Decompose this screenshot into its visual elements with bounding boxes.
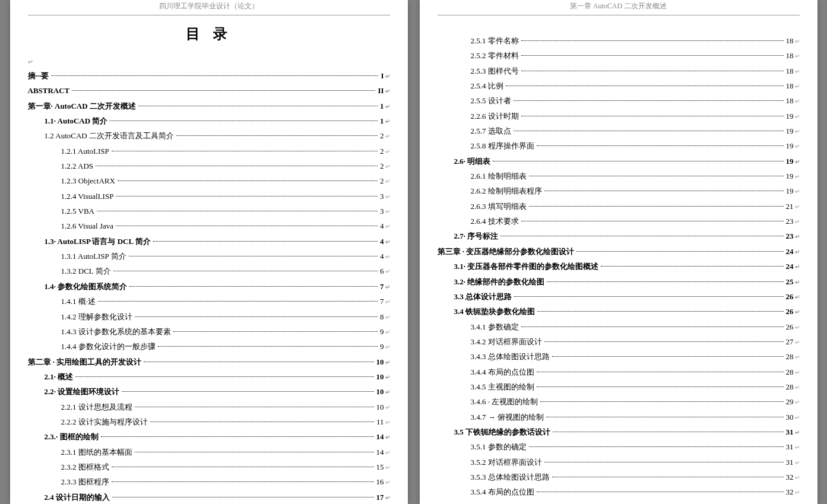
line-end-mark: ↵ bbox=[385, 251, 390, 263]
toc-page-number: 24 bbox=[786, 259, 794, 274]
line-end-mark: ↵ bbox=[795, 457, 800, 469]
line-end-mark: ↵ bbox=[795, 201, 800, 213]
toc-entry: 1.3.2 DCL 简介6↵ bbox=[28, 264, 390, 278]
toc-page-number: 28 bbox=[786, 379, 794, 394]
toc-entry: 2.6.1 绘制明细表19↵ bbox=[438, 169, 800, 183]
toc-leader bbox=[75, 376, 373, 377]
toc-label: 3.4.6 · 左视图的绘制 bbox=[471, 394, 538, 409]
toc-leader bbox=[521, 116, 784, 116]
toc-page-number: 6 bbox=[380, 264, 384, 278]
line-end-mark: ↵ bbox=[795, 397, 800, 408]
toc-entry: 3.4.3 总体绘图设计思路28↵ bbox=[438, 349, 800, 364]
toc-entry: 2.2.2 设计实施与程序设计11↵ bbox=[28, 414, 390, 429]
toc-entry: 2.2· 设置绘图环境设计10↵ bbox=[28, 384, 390, 399]
toc-entry: 第三章 · 变压器绝缘部分参数化绘图设计24↵ bbox=[438, 244, 800, 259]
toc-page-number: 10 bbox=[376, 400, 384, 414]
toc-entry: 2.3.2 图框格式15↵ bbox=[28, 459, 390, 474]
toc-page-number: 21 bbox=[786, 199, 794, 214]
toc-label: 1.2.5 VBA bbox=[61, 204, 94, 218]
toc-entry: 2.3.· 图框的绘制14↵ bbox=[28, 429, 390, 444]
toc-label: 2.6.2 绘制明细表程序 bbox=[471, 183, 542, 198]
toc-leader bbox=[135, 452, 374, 452]
toc-page-number: I bbox=[381, 68, 384, 83]
toc-label: ABSTRACT bbox=[28, 83, 70, 98]
toc-label: 2.6· 明细表 bbox=[454, 154, 491, 169]
toc-leader bbox=[544, 462, 784, 462]
toc-entry: 第一章· AutoCAD 二次开发概述1↵ bbox=[28, 99, 390, 113]
toc-entry: 2.6· 明细表19↵ bbox=[438, 154, 800, 169]
toc-page-number: 1 bbox=[380, 99, 384, 113]
toc-page-number: 26 bbox=[786, 319, 794, 334]
toc-entry: 第二章 · 实用绘图工具的开发设计10↵ bbox=[28, 354, 390, 369]
toc-entry: 2.5.7 选取点19↵ bbox=[438, 123, 800, 138]
toc-page-number: 8 bbox=[380, 309, 384, 324]
line-end-mark: ↵ bbox=[795, 261, 800, 273]
toc-entry: 3.4.4 布局的点位图28↵ bbox=[438, 364, 800, 379]
line-end-mark: ↵ bbox=[385, 206, 390, 218]
toc-label: 1.4.1 概·述 bbox=[61, 294, 96, 309]
toc-leader bbox=[116, 196, 378, 196]
toc-label: 3.4.7 → 俯视图的绘制 bbox=[471, 410, 544, 424]
line-end-mark: ↵ bbox=[385, 447, 390, 459]
toc-entry: 1.4.4 参数化设计的一般步骤9↵ bbox=[28, 339, 390, 354]
toc-leader bbox=[521, 40, 784, 41]
toc-entry: 3.4 铁轭垫块参数化绘图26↵ bbox=[438, 304, 800, 319]
toc-entry: 1.2.2 ADS2↵ bbox=[28, 159, 390, 173]
line-end-mark: ↵ bbox=[385, 357, 390, 369]
toc-leader bbox=[514, 100, 784, 101]
toc-leader bbox=[135, 316, 378, 317]
toc-page-number: 31 bbox=[786, 424, 794, 439]
toc-entry: 1.2.1 AutoLISP2↵ bbox=[28, 144, 390, 159]
toc-label: 2.5.4 比例 bbox=[471, 78, 503, 93]
toc-entry: 2.5.4 比例18↵ bbox=[438, 78, 800, 93]
toc-entry: 1.4.1 概·述7↵ bbox=[28, 294, 390, 309]
toc-leader bbox=[129, 286, 378, 287]
toc-entry: 1.3.1 AutoLISP 简介4↵ bbox=[28, 249, 390, 264]
line-end-mark: ↵ bbox=[385, 386, 390, 398]
toc-page-number: 4 bbox=[380, 218, 384, 233]
toc-label: 第三章 · 变压器绝缘部分参数化绘图设计 bbox=[438, 244, 575, 259]
toc-entry: 3.5 下铁轭绝缘的参数话设计31↵ bbox=[438, 424, 800, 439]
line-end-mark: ↵ bbox=[385, 281, 390, 293]
toc-label: 第二章 · 实用绘图工具的开发设计 bbox=[28, 354, 142, 369]
line-end-mark: ↵ bbox=[385, 191, 390, 203]
toc-page-number: 18 bbox=[786, 64, 794, 78]
toc-leader bbox=[138, 106, 378, 106]
line-end-mark: ↵ bbox=[795, 216, 800, 228]
line-end-mark: ↵ bbox=[795, 487, 800, 499]
toc-label: 1.4.3 设计参数化系统的基本要素 bbox=[61, 324, 171, 339]
toc-entry: 2.5.1 零件名称18↵ bbox=[438, 33, 800, 48]
toc-label: 1.4.4 参数化设计的一般步骤 bbox=[61, 339, 156, 354]
toc-page-number: 14 bbox=[376, 445, 384, 459]
toc-leader bbox=[546, 417, 784, 417]
toc-entry: 1.2.5 VBA3↵ bbox=[28, 204, 390, 218]
toc-entry: 2.5.5 设计者18↵ bbox=[438, 93, 800, 108]
line-end-mark: ↵ bbox=[795, 50, 800, 62]
toc-entry: 3.5.3 总体绘图设计思路32↵ bbox=[438, 470, 800, 484]
line-end-mark: ↵ bbox=[385, 327, 390, 338]
toc-label: 1.3· AutoLISP 语言与 DCL 简介 bbox=[45, 234, 151, 249]
line-end-mark: ↵ bbox=[795, 382, 800, 394]
toc-leader bbox=[537, 372, 784, 372]
toc-label: 2.7· 序号标注 bbox=[454, 229, 499, 243]
toc-entry: 3.1· 变压器各部件零件图的参数化绘图概述24↵ bbox=[438, 259, 800, 274]
toc-leader bbox=[112, 151, 378, 151]
line-end-mark: ↵ bbox=[385, 372, 390, 383]
line-end-mark: ↵ bbox=[385, 101, 390, 113]
toc-entry: 2.5.3 图样代号18↵ bbox=[438, 64, 800, 78]
toc-leader bbox=[547, 281, 783, 282]
line-end-mark: ↵ bbox=[795, 111, 800, 123]
toc-leader bbox=[153, 241, 378, 242]
toc-entry: 2.6.2 绘制明细表程序19↵ bbox=[438, 183, 800, 198]
toc-label: 2.2.6 设计时期 bbox=[471, 109, 519, 123]
toc-page-number: 4 bbox=[380, 249, 384, 264]
line-end-mark: ↵ bbox=[795, 66, 800, 78]
toc-label: 1.3.1 AutoLISP 简介 bbox=[61, 249, 126, 264]
toc-label: 1.4· 参数化绘图系统简介 bbox=[45, 279, 128, 294]
toc-label: 3.4.2 对话框界面设计 bbox=[471, 334, 542, 349]
line-end-mark: ↵ bbox=[385, 312, 390, 324]
toc-page-number: 26 bbox=[786, 304, 794, 319]
toc-label: 1.4.2 理解参数化设计 bbox=[61, 309, 132, 324]
toc-leader bbox=[176, 135, 378, 136]
toc-label: 1.2.3 ObjectARX bbox=[61, 173, 115, 188]
